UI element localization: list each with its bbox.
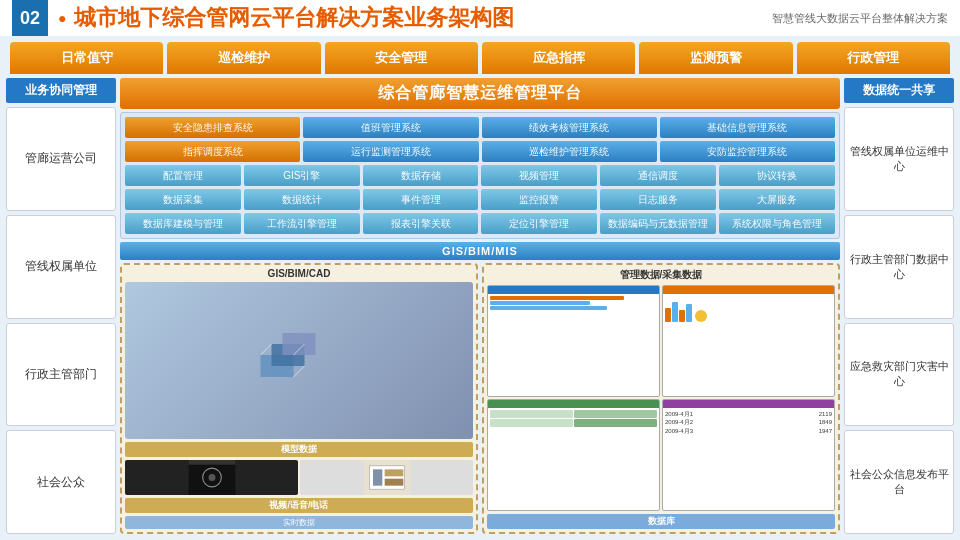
cell-log: 日志服务 [600,189,716,210]
cell-report: 报表引擎关联 [363,213,479,234]
right-item-pipeline: 管线权属单位运维中心 [844,107,954,211]
video-section [125,460,473,495]
cell-data-collect: 数据采集 [125,189,241,210]
svg-rect-12 [373,469,382,485]
left-item-pipeline: 管线权属单位 [6,215,116,319]
cell-storage: 数据存储 [363,165,479,186]
page-title: 城市地下综合管网云平台解决方案业务架构图 [58,3,514,33]
cell-workflow: 工作流引擎管理 [244,213,360,234]
tab-safety[interactable]: 安全管理 [325,42,478,74]
content-body: 业务协同管理 管廊运营公司 管线权属单位 行政主管部门 社会公众 综合管廊智慧运… [6,78,954,534]
manage-data-label: 管理数据/采集数据 [487,268,835,282]
tab-patrol[interactable]: 巡检维护 [167,42,320,74]
right-panel: 数据统一共享 管线权属单位运维中心 行政主管部门数据中心 应急救灾部门灾害中心 … [844,78,954,534]
manage-screens: 2009-4月12119 2009-4月21849 2009-4月31947 [487,285,835,511]
svg-line-3 [261,344,272,355]
right-item-public: 社会公众信息发布平台 [844,430,954,534]
gisbim-bar: GIS/BIM/MIS [120,242,840,260]
cell-alarm: 监控报警 [481,189,597,210]
svg-rect-13 [384,469,403,476]
left-item-operator: 管廊运营公司 [6,107,116,211]
right-item-emergency: 应急救灾部门灾害中心 [844,323,954,427]
center-panel: 综合管廊智慧运维管理平台 安全隐患排查系统 值班管理系统 绩效考核管理系统 基础… [120,78,840,534]
cell-db-model: 数据库建模与管理 [125,213,241,234]
cell-gis: GIS引擎 [244,165,360,186]
gis-bim-label: GIS/BIM/CAD [125,268,473,279]
tab-monitor[interactable]: 监测预警 [639,42,792,74]
bottom-section: GIS/BIM/CAD 模型数据 [120,263,840,534]
cell-bigscreen: 大屏服务 [719,189,835,210]
svg-rect-2 [283,333,316,355]
mini-screen-1 [487,285,660,397]
cell-security: 安防监控管理系统 [660,141,835,162]
cell-location: 定位引擎管理 [481,213,597,234]
cell-role-mgmt: 系统权限与角色管理 [719,213,835,234]
left-panel-header: 业务协同管理 [6,78,116,103]
svg-rect-14 [384,479,403,486]
lower-grid-row-3: 数据库建模与管理 工作流引擎管理 报表引擎关联 定位引擎管理 数据编码与元数据管… [125,213,835,234]
tab-admin[interactable]: 行政管理 [797,42,950,74]
grid-row-2: 指挥调度系统 运行监测管理系统 巡检维护管理系统 安防监控管理系统 [125,141,835,162]
grid-row-1: 安全隐患排查系统 值班管理系统 绩效考核管理系统 基础信息管理系统 [125,117,835,138]
bottom-right-section: 管理数据/采集数据 [482,263,840,534]
mini-screen-2 [662,285,835,397]
tab-daily[interactable]: 日常值守 [10,42,163,74]
left-item-public: 社会公众 [6,430,116,534]
mini-screen-3 [487,399,660,511]
svg-rect-9 [188,460,235,465]
db-label: 数据库 [487,514,835,529]
left-panel: 业务协同管理 管廊运营公司 管线权属单位 行政主管部门 社会公众 [6,78,116,534]
lower-grid-row-1: 配置管理 GIS引擎 数据存储 视频管理 通信调度 协议转换 [125,165,835,186]
svg-line-5 [294,366,305,377]
svg-point-8 [208,474,215,481]
cell-data-stat: 数据统计 [244,189,360,210]
cell-performance: 绩效考核管理系统 [482,117,657,138]
tab-emergency[interactable]: 应急指挥 [482,42,635,74]
cell-basic-info: 基础信息管理系统 [660,117,835,138]
left-item-admin: 行政主管部门 [6,323,116,427]
model-data-label: 模型数据 [125,442,473,457]
lower-grid-row-2: 数据采集 数据统计 事件管理 监控报警 日志服务 大屏服务 [125,189,835,210]
cell-data-code: 数据编码与元数据管理 [600,213,716,234]
video-label: 视频/语音/电话 [125,498,473,513]
cell-duty-mgmt: 值班管理系统 [303,117,478,138]
gis-diagram [125,282,473,439]
cell-event: 事件管理 [363,189,479,210]
right-item-admin: 行政主管部门数据中心 [844,215,954,319]
platform-header: 综合管廊智慧运维管理平台 [120,78,840,109]
cell-comm: 通信调度 [600,165,716,186]
platform-grid: 安全隐患排查系统 值班管理系统 绩效考核管理系统 基础信息管理系统 指挥调度系统… [120,112,840,239]
cell-run-monitor: 运行监测管理系统 [303,141,478,162]
top-bar: 02 城市地下综合管网云平台解决方案业务架构图 智慧管线大数据云平台整体解决方案 [0,0,960,36]
main-content: 日常值守 巡检维护 安全管理 应急指挥 监测预警 行政管理 业务协同管理 管廊运… [0,36,960,540]
nav-tabs: 日常值守 巡检维护 安全管理 应急指挥 监测预警 行政管理 [6,42,954,74]
right-panel-header: 数据统一共享 [844,78,954,103]
cell-safety-check: 安全隐患排查系统 [125,117,300,138]
slide-number: 02 [12,0,48,36]
realtime-label: 实时数据 [125,516,473,529]
cell-dispatch: 指挥调度系统 [125,141,300,162]
cell-config: 配置管理 [125,165,241,186]
top-right-label: 智慧管线大数据云平台整体解决方案 [772,11,948,26]
mini-screen-4: 2009-4月12119 2009-4月21849 2009-4月31947 [662,399,835,511]
cell-video-mgmt: 视频管理 [481,165,597,186]
cell-protocol: 协议转换 [719,165,835,186]
cell-patrol-mgmt: 巡检维护管理系统 [482,141,657,162]
